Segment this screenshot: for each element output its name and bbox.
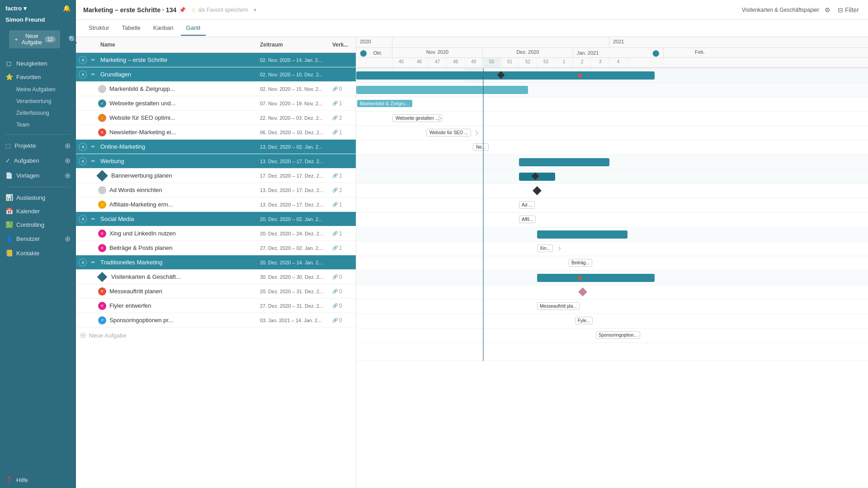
sidebar-item-projekte[interactable]: ⬚ Projekte ⊕ bbox=[0, 138, 76, 153]
favorite-button[interactable]: ☆ als Favorit speichern bbox=[191, 7, 248, 13]
gantt-bar-traditionell[interactable] bbox=[537, 274, 655, 282]
status-icon: ✓ bbox=[98, 99, 106, 108]
task-row[interactable]: Bannerwerbung planen 17. Dez. 2020 – 17.… bbox=[76, 169, 356, 183]
benutzer-add-icon[interactable]: ⊕ bbox=[65, 235, 71, 243]
task-row[interactable]: ∧ ✏ Traditionelles Marketing 20. Dez. 20… bbox=[76, 255, 356, 270]
task-name: Werbung bbox=[99, 156, 256, 166]
sidebar-item-verantwortung[interactable]: Verantwortung bbox=[0, 95, 76, 107]
gantt-label-xing[interactable]: Xin... bbox=[537, 244, 553, 252]
scroll-right-handle[interactable]: ⬤ bbox=[652, 49, 660, 56]
task-row[interactable]: ✕ Beiträge & Posts planen 27. Dez. 2020 … bbox=[76, 241, 356, 255]
sidebar-item-kontakte[interactable]: 📒 Kontakte bbox=[0, 246, 76, 260]
task-type-icon: ✕ bbox=[97, 302, 108, 310]
app-brand[interactable]: factro ▾ bbox=[5, 5, 27, 12]
month-nov: Nov. 2020 bbox=[392, 48, 483, 57]
projekte-add-icon[interactable]: ⊕ bbox=[65, 141, 71, 150]
project-title: Marketing – erste Schritte · 134 📌 bbox=[83, 6, 186, 14]
aufgaben-add-icon[interactable]: ⊕ bbox=[65, 156, 71, 165]
task-row[interactable]: ✕ Newsletter-Marketing ei... 06. Dez. 20… bbox=[76, 125, 356, 140]
task-row[interactable]: ↗ Sponsoringoptionen pr... 03. Jan. 2021… bbox=[76, 313, 356, 328]
task-row[interactable]: Visitenkarten & Geschäft... 30. Dez. 202… bbox=[76, 270, 356, 284]
task-time: 02. Nov. 2020 – 10. Dez. 2... bbox=[256, 70, 329, 79]
task-row[interactable]: ∧ ✏ Marketing – erste Schritte 02. Nov. … bbox=[76, 53, 356, 67]
new-task-button[interactable]: ＋ Neue Aufgabe 12 bbox=[9, 30, 60, 48]
sidebar-item-kalender[interactable]: 📅 Kalender bbox=[0, 204, 76, 218]
task-time: 20. Dez. 2020 – 02. Jan. 2... bbox=[256, 215, 329, 224]
collapse-icon[interactable]: ∧ bbox=[79, 70, 87, 79]
gantt-label-sponsoring[interactable]: Sponsoringoption... bbox=[596, 331, 640, 339]
search-button[interactable]: 🔍 bbox=[68, 35, 77, 44]
gantt-label-newsletter[interactable]: Ne... bbox=[473, 143, 489, 151]
gantt-body: Markenbild & Zielgru... Webseite gestalt… bbox=[356, 68, 868, 361]
collapse-icon[interactable]: ∧ bbox=[79, 56, 87, 64]
gantt-label-messe[interactable]: Messeauftritt pla... bbox=[537, 302, 580, 310]
sidebar-item-favoriten[interactable]: ⭐ Favoriten bbox=[0, 70, 76, 84]
gantt-label-beitrage[interactable]: Beiträg... bbox=[569, 259, 592, 267]
collapse-icon[interactable]: ∧ bbox=[79, 157, 87, 165]
chevron-down-icon[interactable]: ▾ bbox=[254, 7, 256, 13]
task-row[interactable]: ✕ Xing und LinkedIn nutzen 20. Dez. 2020… bbox=[76, 226, 356, 241]
gantt-row-5: Website für SEO ... bbox=[356, 126, 868, 141]
sidebar-item-label: Projekte bbox=[14, 142, 36, 149]
gantt-label-affiliate[interactable]: Affil... bbox=[519, 216, 536, 223]
topbar: Marketing – erste Schritte · 134 📌 ☆ als… bbox=[76, 0, 868, 20]
task-row[interactable]: ✓ Webseite gestalten und... 07. Nov. 202… bbox=[76, 96, 356, 111]
gantt-label-flyler[interactable]: Fyle... bbox=[575, 317, 593, 324]
collapse-btn[interactable]: ∧ bbox=[78, 56, 88, 64]
vorlagen-add-icon[interactable]: ⊕ bbox=[65, 171, 71, 180]
sidebar-item-meine-aufgaben[interactable]: Meine Aufgaben bbox=[0, 84, 76, 95]
gantt-bar-online[interactable] bbox=[519, 158, 609, 166]
sidebar-item-vorlagen[interactable]: 📄 Vorlagen ⊕ bbox=[0, 168, 76, 183]
sidebar-item-auslastung[interactable]: 📊 Auslastung bbox=[0, 191, 76, 204]
sidebar-item-controlling[interactable]: 💹 Controlling bbox=[0, 218, 76, 231]
tab-kanban[interactable]: Kanban bbox=[148, 21, 179, 36]
sidebar-item-aufgaben[interactable]: ✓ Aufgaben ⊕ bbox=[0, 153, 76, 168]
edit-icon: ✏ bbox=[89, 215, 97, 223]
gantt-label-adwords[interactable]: Ad ... bbox=[519, 201, 535, 209]
sidebar-item-label: Vorlagen bbox=[16, 172, 39, 179]
task-row[interactable]: Ad Words einrichten 13. Dez. 2020 – 17. … bbox=[76, 183, 356, 197]
gantt-label-webseite[interactable]: Webseite gestalten ... bbox=[392, 114, 442, 122]
notifications-icon[interactable]: 🔔 bbox=[63, 5, 71, 12]
collapse-icon[interactable]: ∧ bbox=[79, 215, 87, 223]
new-task-label: Neue Aufgabe bbox=[22, 33, 42, 46]
scroll-left-handle[interactable]: ⬤ bbox=[360, 49, 367, 56]
sidebar-item-zeiterfassung[interactable]: Zeiterfassung bbox=[0, 107, 76, 119]
collapse-icon[interactable]: ∧ bbox=[79, 143, 87, 151]
task-row[interactable]: ∧ ✏ Online-Marketing 13. Dez. 2020 – 02.… bbox=[76, 140, 356, 154]
collapse-btn[interactable]: ∧ bbox=[78, 215, 88, 223]
task-time: 13. Dez. 2020 – 17. Dez. 2... bbox=[256, 186, 329, 195]
sidebar-item-benutzer[interactable]: 👤 Benutzer ⊕ bbox=[0, 231, 76, 246]
task-row[interactable]: ∧ ✏ Social Media 20. Dez. 2020 – 02. Jan… bbox=[76, 212, 356, 226]
collapse-icon[interactable]: ∧ bbox=[79, 258, 87, 267]
gantt-bar-main[interactable] bbox=[356, 71, 655, 80]
task-row[interactable]: ! Website für SEO optimi... 22. Nov. 202… bbox=[76, 111, 356, 125]
tab-struktur[interactable]: Struktur bbox=[83, 21, 115, 36]
gantt-label-seo[interactable]: Website für SEO ... bbox=[426, 129, 471, 136]
sidebar-item-neuigkeiten[interactable]: ◻ Neuigkeiten bbox=[0, 56, 76, 70]
tab-gantt[interactable]: Gantt bbox=[181, 21, 206, 36]
collapse-btn[interactable]: ∧ bbox=[78, 70, 88, 79]
tab-tabelle[interactable]: Tabelle bbox=[117, 21, 146, 36]
new-task-row[interactable]: ⊕ Neue Aufgabe bbox=[76, 328, 356, 343]
collapse-btn[interactable]: ∧ bbox=[78, 258, 88, 267]
task-row[interactable]: ∧ ✏ Grundlagen 02. Nov. 2020 – 10. Dez. … bbox=[76, 67, 356, 82]
collapse-btn[interactable]: ∧ bbox=[78, 157, 88, 165]
collapse-btn[interactable]: ∧ bbox=[78, 143, 88, 151]
gantt-bar-social[interactable] bbox=[537, 230, 627, 239]
task-row[interactable]: ∧ ✏ Werbung 13. Dez. 2020 – 17. Dez. 2..… bbox=[76, 154, 356, 169]
task-row[interactable]: ✕ Flyler entwerfen 27. Dez. 2020 – 31. D… bbox=[76, 299, 356, 313]
task-row[interactable]: ⚡ Affiliate-Marketing erm... 13. Dez. 20… bbox=[76, 197, 356, 212]
pin-icon[interactable]: 📌 bbox=[179, 7, 186, 13]
task-row[interactable]: Markenbild & Zielgrupp... 02. Nov. 2020 … bbox=[76, 82, 356, 96]
sidebar-item-team[interactable]: Team bbox=[0, 119, 76, 131]
task-name: Website für SEO optimi... bbox=[108, 113, 256, 123]
kalender-icon: 📅 bbox=[5, 207, 13, 215]
gantt-label-markenbild[interactable]: Markenbild & Zielgru... bbox=[357, 100, 412, 107]
settings-icon[interactable]: ⚙ bbox=[823, 5, 832, 15]
filter-button[interactable]: ⊟ Filter bbox=[836, 5, 861, 15]
task-type-icon bbox=[97, 85, 108, 93]
gantt-bar-grundlagen[interactable] bbox=[356, 86, 528, 94]
help-item[interactable]: ❓ Hilfe bbox=[0, 472, 76, 488]
task-row[interactable]: ✕ Messeauftritt planen 20. Dez. 2020 – 3… bbox=[76, 284, 356, 299]
